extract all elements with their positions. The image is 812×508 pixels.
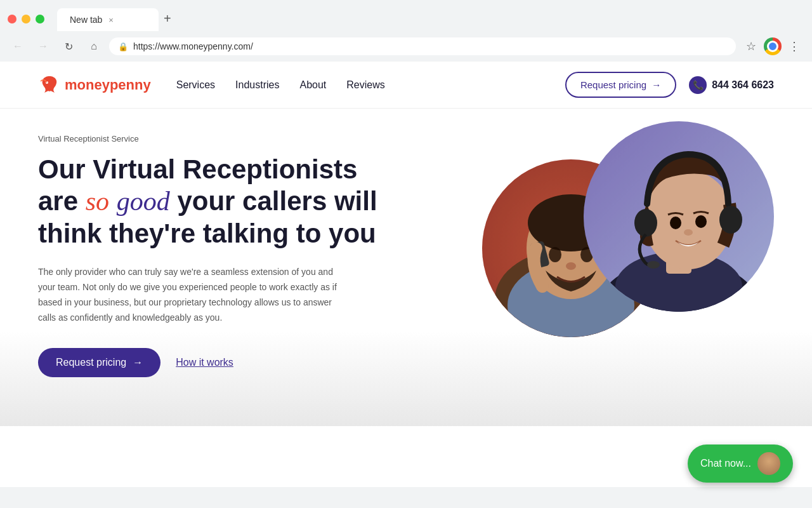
hero-title-line2-start: are: [38, 186, 86, 216]
hero-arrow-icon: →: [133, 357, 143, 368]
hero-tag: Virtual Receptionist Service: [38, 134, 431, 144]
refresh-button[interactable]: ↻: [58, 36, 79, 57]
close-traffic-light[interactable]: [8, 15, 16, 23]
hero-request-pricing-button[interactable]: Request pricing →: [38, 348, 160, 377]
svg-point-8: [566, 262, 576, 270]
chat-label: Chat now...: [700, 458, 751, 469]
maximize-traffic-light[interactable]: [36, 15, 44, 23]
url-text: https://www.moneypenny.com/: [133, 41, 727, 51]
nav-services[interactable]: Services: [176, 79, 215, 91]
circle-container: [444, 121, 774, 413]
website-content: moneypenny Services Industries About Rev…: [0, 62, 812, 487]
browser-chrome: New tab × + ← → ↻ ⌂ 🔒 https://www.moneyp…: [0, 0, 812, 62]
header-request-pricing-button[interactable]: Request pricing →: [565, 72, 676, 98]
security-icon: 🔒: [118, 42, 128, 51]
hero-title-good: good: [117, 187, 170, 216]
header-right: Request pricing → 📞 844 364 6623: [565, 72, 774, 98]
browser-nav-bar: ← → ↻ ⌂ 🔒 https://www.moneypenny.com/ ☆ …: [0, 31, 812, 62]
svg-point-20: [647, 261, 660, 269]
traffic-lights: [8, 15, 44, 23]
chrome-icon[interactable]: [764, 37, 782, 55]
arrow-icon: →: [652, 79, 661, 90]
main-navigation: Services Industries About Reviews: [176, 79, 385, 91]
browser-actions: ☆ ⋮: [741, 36, 804, 57]
hero-title-line3: think they're talking to you: [38, 218, 376, 248]
hero-actions: Request pricing → How it works: [38, 348, 431, 377]
how-it-works-link[interactable]: How it works: [176, 357, 233, 368]
home-button[interactable]: ⌂: [84, 36, 104, 57]
address-bar[interactable]: 🔒 https://www.moneypenny.com/: [109, 37, 736, 55]
bookmark-button[interactable]: ☆: [741, 36, 761, 57]
back-button[interactable]: ←: [8, 36, 28, 57]
svg-point-17: [684, 229, 693, 236]
nav-reviews[interactable]: Reviews: [346, 79, 384, 91]
phone-icon: 📞: [689, 76, 707, 94]
tab-title: New tab: [70, 15, 102, 25]
hero-title-line1: Our Virtual Receptionists: [38, 154, 357, 184]
svg-point-16: [695, 215, 707, 228]
title-bar: New tab × +: [0, 0, 812, 31]
chat-avatar-image: [757, 452, 780, 475]
nav-industries[interactable]: Industries: [235, 79, 279, 91]
forward-button[interactable]: →: [33, 36, 53, 57]
menu-button[interactable]: ⋮: [784, 36, 804, 57]
active-tab[interactable]: New tab ×: [57, 8, 159, 31]
logo-text: moneypenny: [65, 77, 151, 93]
logo[interactable]: moneypenny: [38, 74, 151, 97]
hero-section: Virtual Receptionist Service Our Virtual…: [0, 109, 812, 426]
hero-content: Virtual Receptionist Service Our Virtual…: [38, 134, 431, 401]
phone-number: 844 364 6623: [712, 79, 774, 91]
hero-title-so: so: [86, 187, 109, 216]
svg-point-6: [549, 247, 561, 262]
hero-description: The only provider who can truly say we'r…: [38, 265, 343, 325]
hero-title: Our Virtual Receptionists are so good yo…: [38, 154, 431, 250]
minimize-traffic-light[interactable]: [22, 15, 30, 23]
person-right-image: [584, 121, 774, 312]
hero-images: [444, 121, 774, 413]
tab-close-button[interactable]: ×: [108, 15, 114, 25]
person-right-circle: [584, 121, 774, 312]
new-tab-button[interactable]: +: [159, 6, 176, 31]
nav-about[interactable]: About: [299, 79, 326, 91]
phone-info: 📞 844 364 6623: [689, 76, 774, 94]
tab-bar: New tab × +: [57, 6, 176, 31]
logo-bird-icon: [38, 74, 61, 97]
svg-point-19: [719, 206, 742, 234]
chat-avatar: [757, 452, 780, 475]
svg-point-18: [634, 209, 657, 237]
site-header: moneypenny Services Industries About Rev…: [0, 62, 812, 109]
chat-widget[interactable]: Chat now...: [688, 444, 793, 483]
hero-title-line2-end: your callers will: [170, 186, 377, 216]
svg-point-15: [670, 217, 681, 229]
